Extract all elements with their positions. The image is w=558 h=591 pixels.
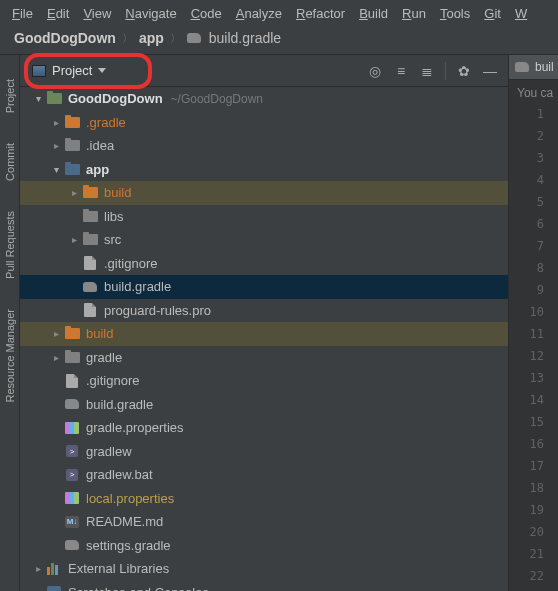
project-tool-window: Project ◎ ≡ ≣ ✿ — GoodDogDown~/GoodDogDo… [20,55,508,591]
gradle-icn-icon [82,280,98,294]
gutter-line: 3 [509,151,558,173]
folder-green-icon [46,92,62,106]
breadcrumb-root[interactable]: GoodDogDown [14,30,116,46]
tree-node--gitignore[interactable]: .gitignore [20,369,508,393]
tree-node-local-properties[interactable]: local.properties [20,487,508,511]
folder-orange-icon [82,186,98,200]
tree-node-gradle-properties[interactable]: gradle.properties [20,416,508,440]
breadcrumb-sep-icon: 〉 [170,31,181,46]
tree-node-gradlew[interactable]: >gradlew [20,440,508,464]
gutter-line: 16 [509,437,558,459]
menu-run[interactable]: Run [396,4,432,23]
tree-node-proguard-rules-pro[interactable]: proguard-rules.pro [20,299,508,323]
menu-navigate[interactable]: Navigate [119,4,182,23]
menu-w[interactable]: W [509,4,533,23]
gutter-line: 15 [509,415,558,437]
expand-all-icon[interactable]: ≡ [393,63,409,79]
tree-node-build-gradle[interactable]: build.gradle [20,275,508,299]
breadcrumb-sep-icon: 〉 [122,31,133,46]
tree-node-gradlew-bat[interactable]: >gradlew.bat [20,463,508,487]
gutter-line: 17 [509,459,558,481]
chevron-right-icon[interactable] [50,116,62,128]
chevron-right-icon[interactable] [50,351,62,363]
tree-node-label: src [104,232,121,247]
tree-node-app[interactable]: app [20,158,508,182]
tree-node-readme-md[interactable]: M↓README.md [20,510,508,534]
tree-node--gradle[interactable]: .gradle [20,111,508,135]
lib-icn-icon [46,562,62,576]
tree-node-label: gradlew [86,444,132,459]
gutter-line: 5 [509,195,558,217]
gutter-line: 21 [509,547,558,569]
tree-node-label: proguard-rules.pro [104,303,211,318]
tree-node-build[interactable]: build [20,322,508,346]
gradle-icn-icon [64,538,80,552]
hide-icon[interactable]: — [482,63,498,79]
project-view-dropdown[interactable]: Project [26,60,116,81]
tree-node-libs[interactable]: libs [20,205,508,229]
tree-node-settings-gradle[interactable]: settings.gradle [20,534,508,558]
menu-code[interactable]: Code [185,4,228,23]
rail-commit[interactable]: Commit [4,143,16,181]
rail-project[interactable]: Project [4,79,16,113]
project-dropdown-label: Project [52,63,92,78]
tree-node-label: app [86,162,109,177]
tree-node-label: gradle [86,350,122,365]
gutter-line: 11 [509,327,558,349]
breadcrumb-module[interactable]: app [139,30,164,46]
editor-tab[interactable]: buil [509,55,558,80]
gutter-line: 20 [509,525,558,547]
tree-node-label: build [104,185,131,200]
chevron-right-icon[interactable] [68,234,80,246]
menu-refactor[interactable]: Refactor [290,4,351,23]
locate-icon[interactable]: ◎ [367,63,383,79]
folder-blue-icon [64,162,80,176]
chevron-right-icon[interactable] [50,140,62,152]
tree-node-label: Scratches and Consoles [68,585,209,591]
rail-resource-manager[interactable]: Resource Manager [4,309,16,403]
tree-node-src[interactable]: src [20,228,508,252]
menu-edit[interactable]: Edit [41,4,75,23]
tree-node-label: .idea [86,138,114,153]
gutter-line: 22 [509,569,558,591]
gutter-line: 13 [509,371,558,393]
breadcrumb-file[interactable]: build.gradle [209,30,281,46]
tree-node-scratches-and-consoles[interactable]: Scratches and Consoles [20,581,508,592]
tree-node--gitignore[interactable]: .gitignore [20,252,508,276]
gutter-line: 8 [509,261,558,283]
menu-tools[interactable]: Tools [434,4,476,23]
tree-node-path: ~/GoodDogDown [171,92,263,106]
chevron-right-icon[interactable] [32,563,44,575]
menu-view[interactable]: View [77,4,117,23]
tree-node-external-libraries[interactable]: External Libraries [20,557,508,581]
folder-orange-icon [64,115,80,129]
chevron-right-icon[interactable] [68,187,80,199]
gradle-icon [187,33,201,43]
folder-grey-icon [82,233,98,247]
tree-node-build-gradle[interactable]: build.gradle [20,393,508,417]
chevron-down-icon[interactable] [50,163,62,175]
menu-git[interactable]: Git [478,4,507,23]
gear-icon[interactable]: ✿ [456,63,472,79]
tree-node-label: build.gradle [86,397,153,412]
chevron-down-icon[interactable] [32,93,44,105]
chevron-right-icon[interactable] [50,328,62,340]
gutter-line: 7 [509,239,558,261]
gutter-line: 10 [509,305,558,327]
tree-node-build[interactable]: build [20,181,508,205]
project-tree[interactable]: GoodDogDown~/GoodDogDown.gradle.ideaappb… [20,87,508,591]
file-grey-icon [82,256,98,270]
tree-node-gooddogdown[interactable]: GoodDogDown~/GoodDogDown [20,87,508,111]
menu-build[interactable]: Build [353,4,394,23]
rail-pull-requests[interactable]: Pull Requests [4,211,16,279]
tree-node--idea[interactable]: .idea [20,134,508,158]
left-tool-rail: ProjectCommitPull RequestsResource Manag… [0,55,20,591]
menu-file[interactable]: File [6,4,39,23]
tree-node-gradle[interactable]: gradle [20,346,508,370]
gutter-line: 12 [509,349,558,371]
collapse-all-icon[interactable]: ≣ [419,63,435,79]
props-icn-icon [64,491,80,505]
menu-analyze[interactable]: Analyze [230,4,288,23]
tree-node-label: .gitignore [104,256,157,271]
breadcrumb: GoodDogDown 〉 app 〉 build.gradle [0,26,558,54]
